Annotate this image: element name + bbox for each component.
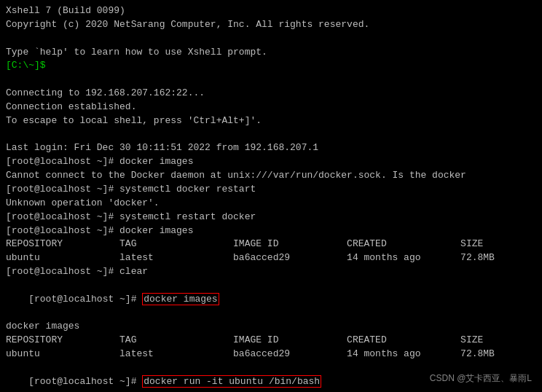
line-lastlogin: Last login: Fri Dec 30 10:11:51 2022 fro… (6, 141, 536, 155)
line-connecting: Connecting to 192.168.207.162:22... (6, 87, 536, 101)
line-table-data1: ubuntu latest ba6acced29 14 months ago 7… (6, 251, 536, 265)
line-table-header1: REPOSITORY TAG IMAGE ID CREATED SIZE (6, 238, 536, 251)
line-systemctl-restart: [root@localhost ~]# systemctl restart do… (6, 211, 536, 224)
line-unknown-op: Unknown operation 'docker'. (6, 197, 536, 211)
line-docker-run-ubuntu: ubuntu latest ba6acced29 14 months ago 7… (6, 348, 536, 361)
line-systemctl-docker: [root@localhost ~]# systemctl docker res… (6, 183, 536, 197)
line-table-header2: docker images (6, 320, 536, 334)
line-docker-images1: [root@localhost ~]# docker images (6, 155, 536, 169)
line-clear: [root@localhost ~]# clear (6, 265, 536, 279)
line-connected: Connection established. (6, 101, 536, 114)
line-blank1 (6, 32, 536, 46)
line-cannot-connect: Cannot connect to the Docker daemon at u… (6, 169, 536, 183)
watermark: CSDN @艾卡西亚、暴雨L (430, 372, 532, 385)
terminal-window: Xshell 7 (Build 0099) Copyright (c) 2020… (0, 0, 542, 392)
line-docker-images2: [root@localhost ~]# docker images (6, 224, 536, 238)
line-blank2 (6, 73, 536, 87)
line-local-prompt: [C:\~]$ (6, 59, 536, 73)
line-help: Type `help' to learn how to use Xshell p… (6, 46, 536, 60)
line-table-data2: REPOSITORY TAG IMAGE ID CREATED SIZE (6, 334, 536, 348)
line-copyright: Copyright (c) 2020 NetSarang Computer, I… (6, 18, 536, 32)
line-blank3 (6, 128, 536, 142)
line-escape: To escape to local shell, press 'Ctrl+Al… (6, 114, 536, 128)
line-title: Xshell 7 (Build 0099) (6, 4, 536, 18)
line-docker-images-highlighted: [root@localhost ~]# docker images (6, 279, 536, 321)
